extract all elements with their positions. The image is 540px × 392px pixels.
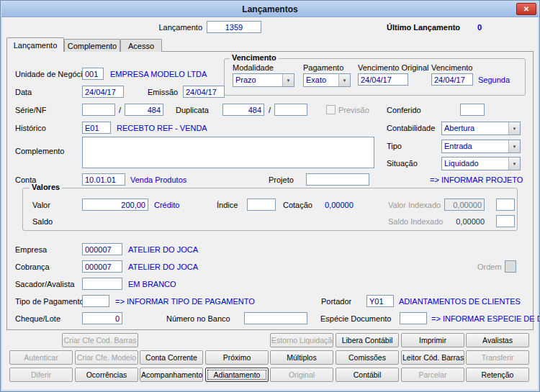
projeto-input[interactable]: [306, 173, 369, 186]
chevron-down-icon[interactable]: ▼: [508, 140, 520, 152]
transferir-button: Transferir: [466, 350, 529, 365]
avalistas-button[interactable]: Avalistas: [466, 333, 529, 347]
situacao-label: Situação: [387, 159, 418, 168]
serie-separator: /: [119, 106, 121, 114]
chevron-down-icon[interactable]: ▼: [508, 158, 520, 170]
contabilidade-select[interactable]: Abertura ▼: [441, 122, 521, 135]
libera-contabil-button[interactable]: Libera Contábil: [336, 333, 399, 347]
empresa-input[interactable]: [82, 243, 122, 255]
comissoes-button[interactable]: Comissões: [336, 350, 399, 365]
valor-label: Valor: [32, 201, 50, 209]
emissao-input[interactable]: [183, 86, 225, 98]
conta-input[interactable]: [82, 173, 125, 186]
cotacao-label: Cotação: [283, 201, 312, 209]
tipo-select[interactable]: Entrada ▼: [441, 140, 521, 153]
saldo-indexado-label: Saldo Indexado: [388, 217, 443, 226]
retencao-button[interactable]: Retenção: [466, 368, 529, 382]
pagamento-value: Exato: [304, 74, 338, 86]
ultimo-lancamento-value: 0: [462, 23, 498, 32]
duplicata-input[interactable]: [222, 104, 264, 116]
historico-input[interactable]: [82, 122, 111, 134]
sacador-avalista-input[interactable]: [82, 278, 122, 290]
complemento-label: Complemento: [15, 147, 64, 155]
tipo-pagamento-input[interactable]: [82, 295, 109, 307]
cobranca-input[interactable]: [82, 260, 122, 273]
numero-banco-input[interactable]: [244, 312, 307, 324]
tipo-pagamento-info: => INFORMAR TIPO DE PAGAMENTO: [115, 297, 255, 306]
serie-nf-label: Série/NF: [15, 106, 46, 114]
saldo-indexado-value: 0,00000: [444, 217, 485, 226]
serie-nf-input[interactable]: [82, 104, 115, 116]
portador-input[interactable]: [366, 295, 394, 307]
vencimento-input[interactable]: [431, 73, 473, 86]
valor-indexado-extra-input[interactable]: [496, 199, 515, 211]
vencimento-group-title: Vencimento: [230, 53, 279, 62]
sacador-avalista-info: EM BRANCO: [128, 280, 176, 288]
projeto-info: => INFORMAR PROJETO: [430, 176, 523, 184]
pagamento-select[interactable]: Exato ▼: [303, 73, 351, 87]
tab-complemento[interactable]: Complemento: [64, 39, 120, 52]
tab-lancamento[interactable]: Lançamento: [6, 37, 64, 52]
modalidade-select[interactable]: Prazo ▼: [233, 73, 294, 87]
vencimento-original-label: Vencimento Original: [358, 63, 428, 72]
saldo-indexado-extra-input[interactable]: [496, 215, 515, 227]
conta-corrente-button[interactable]: Conta Corrente: [140, 350, 203, 365]
modalidade-value: Prazo: [233, 74, 282, 86]
cheque-lote-label: Cheque/Lote: [15, 314, 60, 323]
contabilidade-label: Contabilidade: [387, 124, 435, 132]
valores-group-title: Valores: [30, 183, 62, 191]
imprimir-button[interactable]: Imprimir: [401, 333, 464, 347]
conta-info: Venda Produtos: [130, 176, 186, 184]
valor-input[interactable]: [82, 199, 148, 211]
proximo-button[interactable]: Próximo: [205, 350, 269, 365]
complemento-textarea[interactable]: [82, 137, 374, 168]
criar-cfe-modelo-button: Criar Cfe. Modelo: [75, 350, 138, 365]
chevron-down-icon[interactable]: ▼: [508, 122, 520, 135]
tab-acesso[interactable]: Acesso: [120, 39, 162, 52]
titlebar[interactable]: Lançamentos: [1, 1, 539, 17]
vencimento-original-input[interactable]: [358, 73, 408, 86]
close-icon[interactable]: ✕: [516, 3, 536, 15]
lancamento-number-input[interactable]: [207, 21, 261, 33]
multiplos-button[interactable]: Múltiplos: [270, 350, 333, 365]
chevron-down-icon[interactable]: ▼: [282, 74, 294, 86]
duplicata-label: Duplicata: [176, 106, 209, 114]
especie-documento-label: Espécie Documento: [320, 314, 391, 323]
lancamentos-window: Lançamentos ✕ Lançamento Último Lançamen…: [0, 0, 540, 392]
autenticar-button: Autenticar: [9, 350, 73, 365]
data-label: Data: [15, 88, 32, 96]
empresa-info: ATELIER DO JOCA: [128, 245, 198, 254]
unidade-negocio-input[interactable]: [82, 68, 104, 80]
cobranca-label: Cobrança: [15, 263, 50, 271]
contabilidade-value: Abertura: [442, 122, 508, 135]
chevron-down-icon[interactable]: ▼: [338, 74, 350, 86]
serie-number-input[interactable]: [125, 104, 163, 116]
data-input[interactable]: [82, 86, 124, 98]
indice-label: Índice: [217, 201, 238, 209]
valor-indexado-input: [444, 199, 485, 211]
emissao-label: Emissão: [148, 88, 178, 96]
numero-banco-label: Número no Banco: [166, 314, 230, 323]
situacao-value: Liquidado: [442, 158, 508, 170]
cotacao-value: 0,00000: [325, 201, 354, 209]
conferido-label: Conferido: [387, 106, 421, 114]
cheque-lote-input[interactable]: [82, 312, 122, 324]
tipo-pagamento-label: Tipo de Pagamento: [15, 297, 84, 306]
lancamento-number-label: Lançamento: [130, 23, 202, 32]
conferido-input[interactable]: [460, 104, 485, 116]
valor-credito-info: Crédito: [154, 201, 179, 209]
indice-input[interactable]: [247, 199, 276, 211]
leitor-cod-barras-button[interactable]: Leitor Cód. Barras: [401, 350, 464, 365]
especie-documento-input[interactable]: [400, 312, 427, 324]
ultimo-lancamento-label: Último Lançamento: [387, 23, 460, 32]
ocorrencias-button[interactable]: Ocorrências: [75, 368, 138, 382]
duplicata-sequence-input[interactable]: [274, 104, 307, 116]
acompanhamento-button[interactable]: Acompanhamento: [140, 368, 203, 382]
empresa-label: Empresa: [15, 245, 47, 254]
especie-documento-info: => INFORMAR ESPECIE DE DOCUM: [431, 314, 540, 323]
valor-indexado-label: Valor Indexado: [388, 201, 441, 209]
adiantamento-button[interactable]: Adiantamento: [205, 368, 269, 382]
situacao-select[interactable]: Liquidado ▼: [441, 157, 521, 170]
ordem-input: [505, 260, 516, 273]
contabil-button[interactable]: Contábil: [336, 368, 399, 382]
